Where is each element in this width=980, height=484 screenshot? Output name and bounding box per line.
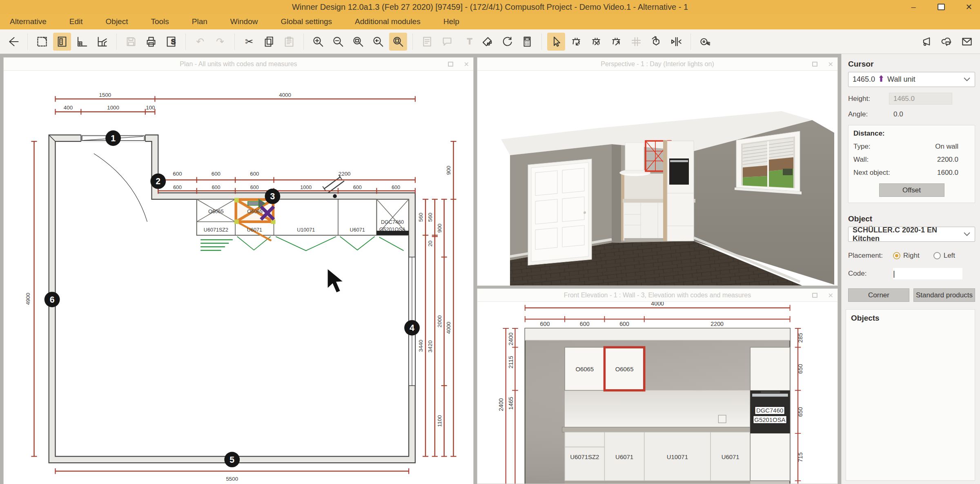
toolbar-separator — [27, 33, 28, 50]
wall-value: 2200.0 — [906, 156, 970, 164]
view-elevation-button[interactable] — [53, 33, 71, 51]
svg-text:100: 100 — [146, 105, 155, 111]
code-field[interactable]: | — [893, 268, 962, 279]
svg-text:900: 900 — [437, 223, 443, 232]
perspective-maximize-button[interactable] — [812, 62, 817, 67]
perspective-window-titlebar[interactable]: Perspective - 1 : Day (Interior lights o… — [477, 58, 837, 71]
copy-button[interactable] — [260, 33, 278, 51]
svg-text:5500: 5500 — [226, 476, 238, 482]
calculator-button[interactable] — [518, 33, 536, 51]
email-button[interactable] — [958, 33, 976, 51]
note-button[interactable] — [418, 33, 436, 51]
worktop — [562, 427, 753, 432]
redo-button[interactable]: ↷ — [211, 33, 229, 51]
back-button[interactable] — [4, 33, 22, 51]
svg-text:600: 600 — [392, 185, 400, 190]
mirror-button[interactable] — [667, 33, 685, 51]
zoom-window-button[interactable] — [349, 33, 367, 51]
menu-edit[interactable]: Edit — [69, 15, 83, 29]
refresh-button[interactable] — [498, 33, 516, 51]
select-button[interactable] — [547, 33, 565, 51]
menu-window[interactable]: Window — [230, 15, 258, 29]
placement-label: Placement: — [848, 252, 893, 260]
elevation-window: Front Elevation - 1 : Wall - 3, Elevatio… — [477, 288, 838, 484]
standard-catalogue-button[interactable] — [162, 33, 180, 51]
insert-mode-3-button[interactable] — [607, 33, 625, 51]
catalogue-select[interactable]: SCHÜLLER.C 2020-1 EN Kitchen — [848, 227, 975, 242]
menu-tools[interactable]: Tools — [151, 15, 169, 29]
support-chat-button[interactable] — [938, 33, 956, 51]
view-plan-button[interactable] — [33, 33, 51, 51]
tall-oven-unit[interactable] — [663, 140, 694, 241]
perspective-close-button[interactable]: ✕ — [828, 60, 833, 68]
left-wall-shading — [525, 340, 565, 484]
plan-maximize-button[interactable] — [448, 62, 453, 67]
perspective-canvas[interactable] — [477, 71, 837, 285]
plan-base-unit-label: U6071 — [247, 227, 262, 233]
insert-mode-1-button[interactable] — [567, 33, 585, 51]
zoom-page-button[interactable] — [389, 33, 407, 51]
svg-text:600: 600 — [619, 321, 629, 327]
standard-products-button[interactable]: Standard products — [913, 288, 975, 302]
elevation-canvas[interactable]: U6071SZ2 U6071 U10071 U6071 O6065 O6065 — [477, 302, 837, 484]
grid-button[interactable] — [627, 33, 645, 51]
garden-window[interactable] — [735, 131, 802, 194]
offset-button[interactable]: Offset — [879, 183, 944, 197]
elevation-window-titlebar[interactable]: Front Elevation - 1 : Wall - 3, Elevatio… — [477, 289, 837, 302]
svg-text:1000: 1000 — [300, 185, 312, 190]
save-button[interactable] — [122, 33, 140, 51]
rotate-object-button[interactable] — [647, 33, 665, 51]
toolbar-separator — [541, 33, 542, 50]
minimize-button[interactable]: – — [908, 2, 919, 12]
materials-button[interactable] — [478, 33, 496, 51]
zoom-in-button[interactable] — [309, 33, 327, 51]
menu-global-settings[interactable]: Global settings — [281, 15, 332, 29]
cursor-type-select[interactable]: 1465.0 Wall unit — [848, 72, 975, 87]
insert-mode-2-button[interactable] — [587, 33, 605, 51]
plan-base-unit-label: U6071SZ2 — [204, 227, 228, 233]
print-button[interactable] — [142, 33, 160, 51]
view-perspective-button[interactable] — [93, 33, 111, 51]
plan-window-titlebar[interactable]: Plan - All units with codes and measures… — [4, 58, 473, 71]
door[interactable] — [81, 134, 147, 222]
svg-text:400: 400 — [64, 105, 73, 111]
paste-button[interactable] — [280, 33, 298, 51]
svg-text:4000: 4000 — [445, 322, 452, 334]
plan-close-button[interactable]: ✕ — [464, 60, 469, 68]
comment-button[interactable] — [438, 33, 456, 51]
menu-object[interactable]: Object — [106, 15, 128, 29]
elevation-maximize-button[interactable] — [812, 293, 817, 298]
view-corner-button[interactable] — [73, 33, 91, 51]
menu-help[interactable]: Help — [443, 15, 459, 29]
menu-alternative[interactable]: Alternative — [10, 15, 47, 29]
distance-label: Distance: — [853, 129, 970, 138]
svg-text:650: 650 — [797, 364, 804, 374]
undo-button[interactable]: ↶ — [191, 33, 209, 51]
next-object-value: 1600.0 — [906, 169, 970, 177]
measure-button[interactable] — [696, 33, 714, 51]
plan-canvas[interactable]: O6065 O6065 U6071SZ2 U6071 U10071 U6071 … — [4, 71, 473, 484]
code-label: Code: — [848, 270, 893, 278]
menu-additional-modules[interactable]: Additional modules — [355, 15, 421, 29]
cut-button[interactable]: ✂ — [240, 33, 258, 51]
maximize-button[interactable] — [936, 2, 947, 12]
toolbar-separator — [116, 33, 117, 50]
corner-button[interactable]: Corner — [848, 288, 909, 302]
elevation-close-button[interactable]: ✕ — [828, 292, 833, 299]
menu-plan[interactable]: Plan — [192, 15, 207, 29]
placement-right-radio[interactable] — [893, 252, 900, 259]
news-button[interactable] — [918, 33, 936, 51]
zoom-previous-button[interactable] — [369, 33, 387, 51]
text-button[interactable] — [458, 33, 476, 51]
next-object-label: Next object: — [853, 169, 906, 177]
elevation-tall-unit[interactable] — [750, 347, 790, 481]
toolbar-separator — [412, 33, 413, 50]
green-symbols — [200, 236, 403, 251]
entry-door[interactable] — [528, 159, 592, 265]
height-field[interactable]: 1465.0 — [889, 93, 952, 105]
close-button[interactable]: ✕ — [964, 2, 974, 12]
placement-left-radio[interactable] — [933, 252, 941, 259]
svg-text:715: 715 — [797, 453, 804, 462]
plan-walls — [49, 135, 415, 463]
zoom-out-button[interactable] — [329, 33, 347, 51]
